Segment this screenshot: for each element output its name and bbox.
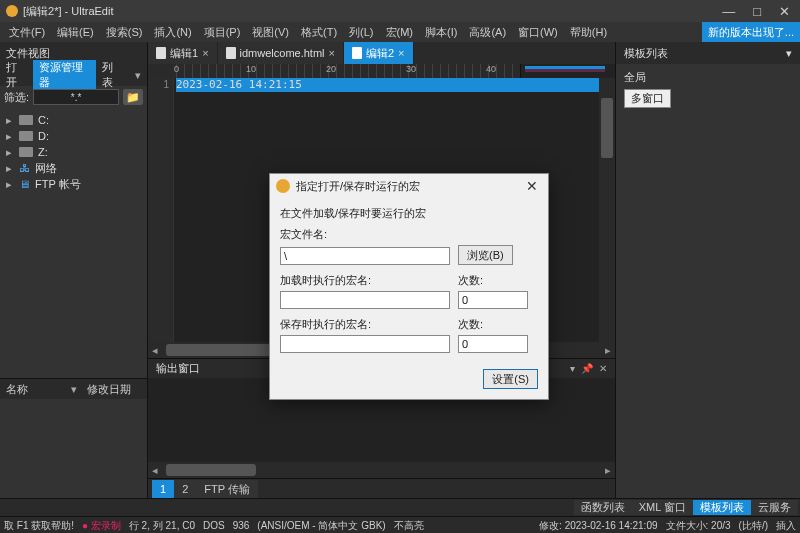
doc-tab-label: 编辑2 bbox=[366, 46, 394, 61]
scroll-right-icon[interactable]: ▸ bbox=[601, 462, 615, 478]
dialog-body: 在文件加载/保存时要运行的宏 宏文件名: 浏览(B) 加载时执行的宏名: 次数:… bbox=[270, 198, 548, 363]
filter-input[interactable] bbox=[33, 89, 119, 105]
set-button[interactable]: 设置(S) bbox=[483, 369, 538, 389]
ruler-num: 0 bbox=[174, 64, 179, 74]
folder-icon[interactable]: 📁 bbox=[123, 89, 143, 105]
tree-item[interactable]: ▸🖥FTP 帐号 bbox=[4, 176, 143, 192]
menu-search[interactable]: 搜索(S) bbox=[100, 25, 149, 40]
file-icon bbox=[226, 47, 236, 59]
save-count-input[interactable] bbox=[458, 335, 528, 353]
menu-window[interactable]: 窗口(W) bbox=[512, 25, 564, 40]
update-notice[interactable]: 新的版本出现了... bbox=[702, 22, 800, 42]
menu-macro[interactable]: 宏(M) bbox=[380, 25, 420, 40]
tree-label: C: bbox=[38, 114, 49, 126]
scroll-left-icon[interactable]: ◂ bbox=[148, 342, 162, 358]
menu-file[interactable]: 文件(F) bbox=[3, 25, 51, 40]
ruler-num: 40 bbox=[486, 64, 496, 74]
status-position: 行 2, 列 21, C0 bbox=[129, 519, 195, 533]
minimize-button[interactable]: — bbox=[722, 4, 735, 19]
tree-label: 网络 bbox=[35, 161, 57, 176]
maximize-button[interactable]: □ bbox=[753, 4, 761, 19]
gutter: 1 bbox=[148, 78, 174, 342]
macro-file-input[interactable] bbox=[280, 247, 450, 265]
tree-label: Z: bbox=[38, 146, 48, 158]
file-label: 宏文件名: bbox=[280, 227, 538, 242]
tree-item[interactable]: ▸Z: bbox=[4, 144, 143, 160]
tab-functions[interactable]: 函数列表 bbox=[574, 500, 632, 515]
doc-tab-3[interactable]: 编辑2 × bbox=[344, 42, 414, 64]
template-scope[interactable]: 全局 bbox=[624, 70, 792, 85]
expand-icon[interactable]: ▸ bbox=[4, 130, 14, 143]
expand-icon[interactable]: ▸ bbox=[4, 146, 14, 159]
browse-button[interactable]: 浏览(B) bbox=[458, 245, 513, 265]
menu-insert[interactable]: 插入(N) bbox=[148, 25, 197, 40]
status-codepage[interactable]: 936 bbox=[233, 520, 250, 531]
template-item[interactable]: 多窗口 bbox=[624, 89, 671, 108]
scrollbar-thumb[interactable] bbox=[601, 98, 613, 158]
col-date[interactable]: 修改日期 bbox=[81, 382, 148, 397]
scroll-right-icon[interactable]: ▸ bbox=[601, 342, 615, 358]
tab-xml[interactable]: XML 窗口 bbox=[632, 500, 693, 515]
close-icon[interactable]: × bbox=[398, 47, 404, 59]
doc-tab-2[interactable]: idmwelcome.html × bbox=[218, 42, 344, 64]
tree-label: FTP 帐号 bbox=[35, 177, 81, 192]
left-sidebar: 打开 资源管理器 列表 ▾ 筛选: 📁 ▸C: ▸D: ▸Z: ▸🖧网络 ▸🖥F… bbox=[0, 64, 148, 498]
bottom-tab-ftp[interactable]: FTP 传输 bbox=[196, 480, 258, 498]
vertical-scrollbar[interactable] bbox=[599, 78, 615, 342]
chevron-down-icon[interactable]: ▾ bbox=[570, 363, 575, 374]
filter-row: 筛选: 📁 bbox=[0, 86, 147, 108]
load-macro-input[interactable] bbox=[280, 291, 450, 309]
app-icon bbox=[6, 5, 18, 17]
tab-cloud[interactable]: 云服务 bbox=[751, 500, 798, 515]
file-icon bbox=[156, 47, 166, 59]
expand-icon[interactable]: ▸ bbox=[4, 178, 14, 191]
output-title: 输出窗口 bbox=[156, 361, 200, 376]
bottom-tab-1[interactable]: 1 bbox=[152, 480, 174, 498]
close-icon[interactable]: × bbox=[329, 47, 335, 59]
title-bar: [编辑2*] - UltraEdit — □ ✕ bbox=[0, 0, 800, 22]
close-button[interactable]: ✕ bbox=[779, 4, 790, 19]
expand-icon[interactable]: ▸ bbox=[4, 162, 14, 175]
status-lineend[interactable]: DOS bbox=[203, 520, 225, 531]
dialog-titlebar[interactable]: 指定打开/保存时运行的宏 ✕ bbox=[270, 174, 548, 198]
col-name[interactable]: 名称 bbox=[0, 382, 67, 397]
tree-item[interactable]: ▸D: bbox=[4, 128, 143, 144]
chevron-down-icon[interactable]: ▾ bbox=[129, 69, 147, 82]
output-scrollbar[interactable]: ◂ ▸ bbox=[148, 462, 615, 478]
scroll-left-icon[interactable]: ◂ bbox=[148, 462, 162, 478]
menu-column[interactable]: 列(L) bbox=[343, 25, 379, 40]
close-icon[interactable]: ✕ bbox=[599, 363, 607, 374]
scrollbar-thumb[interactable] bbox=[166, 464, 256, 476]
menu-edit[interactable]: 编辑(E) bbox=[51, 25, 100, 40]
menu-project[interactable]: 项目(P) bbox=[198, 25, 247, 40]
menu-script[interactable]: 脚本(I) bbox=[419, 25, 463, 40]
tree-item[interactable]: ▸C: bbox=[4, 112, 143, 128]
dialog-heading: 在文件加载/保存时要运行的宏 bbox=[280, 206, 538, 221]
menu-help[interactable]: 帮助(H) bbox=[564, 25, 613, 40]
chevron-down-icon[interactable]: ▾ bbox=[67, 383, 81, 396]
status-recording[interactable]: ● 宏录制 bbox=[82, 519, 121, 533]
status-modified: 修改: 2023-02-16 14:21:09 bbox=[539, 519, 657, 533]
pin-icon[interactable]: 📌 bbox=[581, 363, 593, 374]
expand-icon[interactable]: ▸ bbox=[4, 114, 14, 127]
bottom-tab-2[interactable]: 2 bbox=[174, 480, 196, 498]
menu-view[interactable]: 视图(V) bbox=[246, 25, 295, 40]
doc-tab-1[interactable]: 编辑1 × bbox=[148, 42, 218, 64]
ruler-num: 10 bbox=[246, 64, 256, 74]
load-count-input[interactable] bbox=[458, 291, 528, 309]
close-icon[interactable]: × bbox=[202, 47, 208, 59]
status-encoding[interactable]: (ANSI/OEM - 简体中文 GBK) bbox=[257, 519, 385, 533]
chevron-down-icon[interactable]: ▾ bbox=[786, 47, 792, 60]
tree-item[interactable]: ▸🖧网络 bbox=[4, 160, 143, 176]
status-highlight[interactable]: 不高亮 bbox=[394, 519, 424, 533]
menu-format[interactable]: 格式(T) bbox=[295, 25, 343, 40]
menu-advanced[interactable]: 高级(A) bbox=[463, 25, 512, 40]
save-macro-input[interactable] bbox=[280, 335, 450, 353]
editor-line[interactable]: 2023-02-16 14:21:15 bbox=[176, 78, 599, 92]
minimap[interactable] bbox=[520, 64, 615, 78]
status-insert[interactable]: 插入 bbox=[776, 519, 796, 533]
tab-templates[interactable]: 模板列表 bbox=[693, 500, 751, 515]
close-icon[interactable]: ✕ bbox=[522, 178, 542, 194]
drive-icon bbox=[19, 115, 33, 125]
scrollbar-thumb[interactable] bbox=[166, 344, 286, 356]
